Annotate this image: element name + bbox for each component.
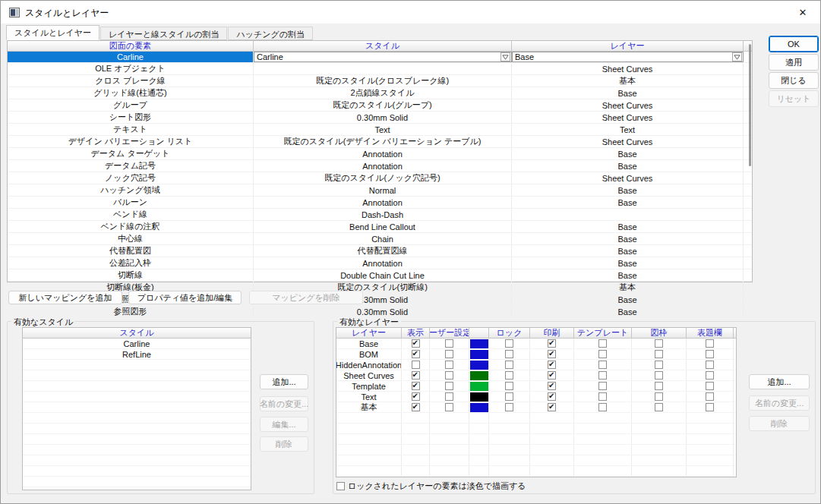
print-checkbox[interactable]: [548, 382, 556, 390]
drawing-element-cell[interactable]: ベンド線の注釈: [8, 221, 254, 232]
lock-checkbox[interactable]: [505, 339, 513, 348]
layer-cell[interactable]: Sheet Curves: [512, 136, 744, 147]
show-checkbox[interactable]: [412, 350, 420, 358]
table-row[interactable]: 代替配置図代替配置図線Base: [8, 245, 752, 257]
delete-mapping-button[interactable]: マッピングを削除: [249, 291, 363, 304]
style-cell[interactable]: Bend Line Callout: [254, 221, 512, 232]
layer-cell[interactable]: Base: [512, 245, 744, 257]
layer-name-cell[interactable]: 基本: [336, 402, 402, 412]
style-list-item[interactable]: Carline: [23, 339, 251, 349]
print-checkbox[interactable]: [548, 403, 556, 411]
style-cell[interactable]: Annotation: [254, 257, 512, 269]
drawing-element-cell[interactable]: 中心線: [8, 233, 254, 244]
layer-name-cell[interactable]: Text: [336, 392, 402, 402]
print-checkbox[interactable]: [548, 350, 556, 358]
show-checkbox[interactable]: [412, 361, 420, 369]
title-block-checkbox[interactable]: [706, 382, 714, 390]
layer-row[interactable]: BOM: [336, 349, 736, 360]
table-row[interactable]: CarlineCarlineBase: [8, 52, 752, 63]
layer-row[interactable]: Template: [336, 381, 736, 392]
layer-cell[interactable]: 基本: [512, 75, 744, 87]
drawing-element-cell[interactable]: テキスト: [8, 124, 254, 135]
drawing-element-cell[interactable]: ハッチング領域: [8, 184, 254, 196]
drawing-element-cell[interactable]: ノック穴記号: [8, 172, 254, 184]
layer-cell[interactable]: Base: [512, 87, 744, 99]
show-checkbox[interactable]: [412, 382, 420, 390]
print-checkbox[interactable]: [548, 371, 556, 380]
print-checkbox[interactable]: [548, 392, 556, 401]
show-checkbox[interactable]: [412, 371, 420, 380]
layer-cell[interactable]: Base: [512, 52, 744, 62]
layer-name-cell[interactable]: Template: [336, 381, 402, 391]
layer-cell[interactable]: Sheet Curves: [512, 99, 744, 111]
layer-row[interactable]: Sheet Curves: [336, 370, 736, 381]
drawing-element-cell[interactable]: 参照図形: [8, 306, 254, 317]
drawing-element-cell[interactable]: Carline: [8, 52, 254, 62]
ok-button[interactable]: OK: [769, 36, 819, 52]
layer-row[interactable]: Text: [336, 392, 736, 402]
user-defined-checkbox[interactable]: [445, 350, 453, 358]
table-row[interactable]: ベンド線の注釈Bend Line CalloutBase: [8, 221, 752, 233]
template-checkbox[interactable]: [598, 403, 607, 411]
user-defined-checkbox[interactable]: [445, 382, 453, 390]
frame-checkbox[interactable]: [655, 403, 663, 411]
frame-checkbox[interactable]: [655, 382, 663, 390]
layer-cell[interactable]: Base: [512, 233, 744, 244]
show-checkbox[interactable]: [412, 339, 420, 348]
apply-button[interactable]: 適用: [769, 54, 819, 71]
style-cell[interactable]: 代替配置図線: [254, 245, 512, 257]
title-block-checkbox[interactable]: [706, 339, 714, 348]
layer-rename-button[interactable]: 名前の変更...: [749, 395, 810, 411]
title-block-checkbox[interactable]: [706, 350, 714, 358]
user-defined-checkbox[interactable]: [445, 392, 453, 401]
frame-checkbox[interactable]: [655, 392, 663, 401]
color-swatch[interactable]: [470, 382, 488, 391]
style-rename-button[interactable]: 名前の変更...: [260, 396, 308, 411]
add-edit-property-button[interactable]: プロパティ値を追加/編集: [128, 291, 242, 304]
lock-checkbox[interactable]: [505, 392, 513, 401]
layer-delete-button[interactable]: 削除: [749, 416, 810, 431]
layer-name-cell[interactable]: HiddenAnnotation: [336, 360, 402, 370]
color-swatch[interactable]: [470, 371, 488, 380]
lock-checkbox[interactable]: [505, 382, 513, 390]
drawing-element-cell[interactable]: データム記号: [8, 160, 254, 172]
style-cell[interactable]: [254, 63, 512, 74]
layer-row[interactable]: HiddenAnnotation: [336, 360, 736, 370]
user-defined-checkbox[interactable]: [445, 403, 453, 411]
print-checkbox[interactable]: [548, 339, 556, 348]
drawing-element-cell[interactable]: データム ターゲット: [8, 148, 254, 159]
color-swatch[interactable]: [470, 392, 488, 402]
layer-cell[interactable]: Base: [512, 306, 744, 317]
style-cell[interactable]: Chain: [254, 233, 512, 244]
layer-cell[interactable]: 基本: [512, 282, 744, 293]
table-row[interactable]: 公差記入枠AnnotationBase: [8, 257, 752, 269]
layer-cell[interactable]: Base: [512, 197, 744, 208]
layer-name-cell[interactable]: Base: [336, 339, 402, 348]
table-row[interactable]: ハッチング領域NormalBase: [8, 184, 752, 197]
frame-checkbox[interactable]: [655, 361, 663, 369]
style-edit-button[interactable]: 編集...: [260, 417, 308, 432]
show-checkbox[interactable]: [412, 403, 420, 411]
style-cell[interactable]: Annotation: [254, 148, 512, 159]
style-cell[interactable]: 既定のスタイル(グループ): [254, 99, 512, 111]
title-block-checkbox[interactable]: [706, 392, 714, 401]
style-cell[interactable]: Double Chain Cut Line: [254, 269, 512, 281]
template-checkbox[interactable]: [598, 392, 607, 401]
style-delete-button[interactable]: 削除: [260, 436, 308, 452]
table-row[interactable]: データム ターゲットAnnotationBase: [8, 148, 752, 160]
drawing-element-cell[interactable]: グリッド線(柱通芯): [8, 87, 254, 99]
table-row[interactable]: ノック穴記号既定のスタイル(ノック穴記号)Sheet Curves: [8, 172, 752, 184]
tab-1[interactable]: スタイルとレイヤー: [6, 25, 99, 40]
style-cell[interactable]: 既定のスタイル(ノック穴記号): [254, 172, 512, 184]
lock-checkbox[interactable]: [505, 350, 513, 358]
tab-2[interactable]: レイヤーと線スタイルの割当: [100, 27, 227, 40]
color-swatch[interactable]: [470, 350, 488, 359]
filter-icon[interactable]: [500, 52, 510, 61]
table-row[interactable]: グループ既定のスタイル(グループ)Sheet Curves: [8, 99, 752, 112]
style-cell[interactable]: Annotation: [254, 160, 512, 172]
drawing-element-cell[interactable]: OLE オブジェクト: [8, 63, 254, 74]
title-block-checkbox[interactable]: [706, 361, 714, 369]
drawing-element-cell[interactable]: クロス ブレーク線: [8, 75, 254, 87]
layer-cell[interactable]: Text: [512, 124, 744, 135]
close-button[interactable]: 閉じる: [769, 72, 819, 89]
